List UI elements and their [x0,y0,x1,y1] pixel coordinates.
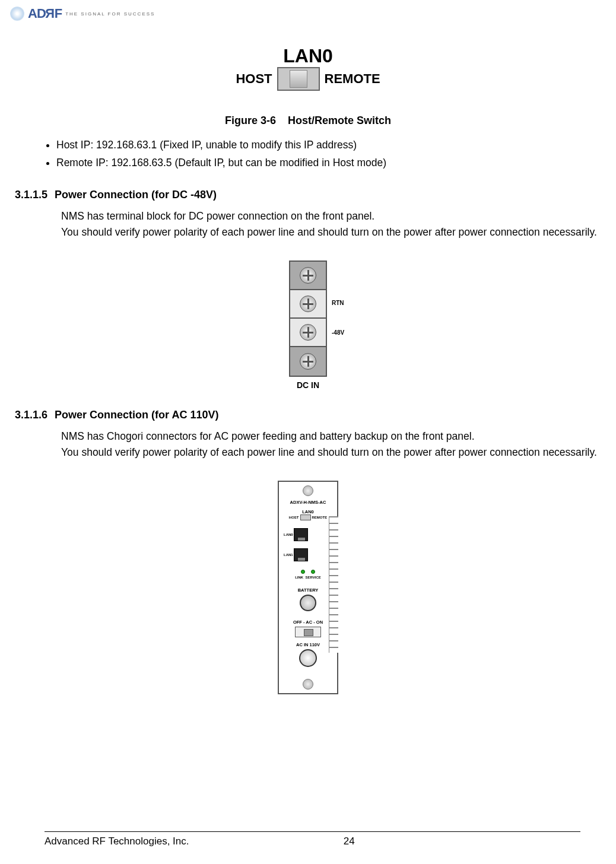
footer-page-number: 24 [118,836,581,847]
switch-toggle [290,70,307,88]
link-led-icon [301,570,305,574]
terminal-screw-icon [300,267,316,284]
list-item: Host IP: 192.168.63.1 (Fixed IP, unable … [56,136,601,154]
section-body: NMS has Chogori connectors for AC power … [15,428,601,460]
figure-host-remote-switch: LAN0 HOST REMOTE [15,45,601,91]
host-label: HOST [236,71,272,87]
ac-switch-row: HOSTREMOTE [279,514,337,520]
ac-toggle [279,627,337,639]
brand-tagline: THE SIGNAL FOR SUCCESS [65,11,155,17]
battery-label: BATTERY [279,587,337,593]
rj45-port-icon [294,528,308,541]
led-row [279,570,337,574]
section-body: NMS has terminal block for DC power conn… [15,208,601,240]
model-label: ADXV-H-NMS-AC [279,500,337,505]
panel-screw-icon [303,485,313,496]
off-ac-on-label: OFF - AC - ON [279,620,337,625]
service-led-icon [311,570,315,574]
lan0-label: LAN0 [15,45,601,67]
connector-icon [300,595,316,611]
dc-in-caption: DC IN [15,380,601,390]
brand-logo: ADRF THE SIGNAL FOR SUCCESS [15,6,601,21]
ac-lan1-port: LAN1 [279,548,337,561]
battery-connector [279,595,337,612]
ip-bullet-list: Host IP: 192.168.63.1 (Fixed IP, unable … [15,136,601,172]
rtn-label: RTN [332,300,344,306]
remote-label: REMOTE [325,71,380,87]
toggle-switch-icon [295,627,321,637]
page-footer: Advanced RF Technologies, Inc. 24 [45,831,580,847]
terminal-screw-icon [300,296,316,312]
ac-in-label: AC IN 110V [279,642,337,647]
ac-lan0-label: LAN0 [279,509,337,514]
figure-dc-in: RTN -48V DC IN [15,261,601,390]
connector-icon [299,649,317,667]
terminal-screw-icon [300,353,316,370]
panel-screw-icon [303,679,313,690]
led-labels: LINK SERVICE [279,576,337,579]
ac-lan0-port: LAN0 [279,528,337,541]
neg48v-label: -48V [332,329,344,336]
switch-body [277,67,320,91]
section-heading-3-1-1-5: 3.1.1.5Power Connection (for DC -48V) [15,189,601,201]
figure-ac-panel: ADXV-H-NMS-AC LAN0 HOSTREMOTE LAN0 LAN1 … [15,481,601,697]
rj45-port-icon [294,548,308,561]
list-item: Remote IP: 192.168.63.5 (Default IP, but… [56,154,601,172]
mini-switch-icon [300,514,311,520]
ac-in-connector [279,649,337,668]
terminal-screw-icon [300,324,316,341]
figure-caption: Figure 3-6Host/Remote Switch [15,115,601,127]
section-heading-3-1-1-6: 3.1.1.6Power Connection (for AC 110V) [15,409,601,421]
